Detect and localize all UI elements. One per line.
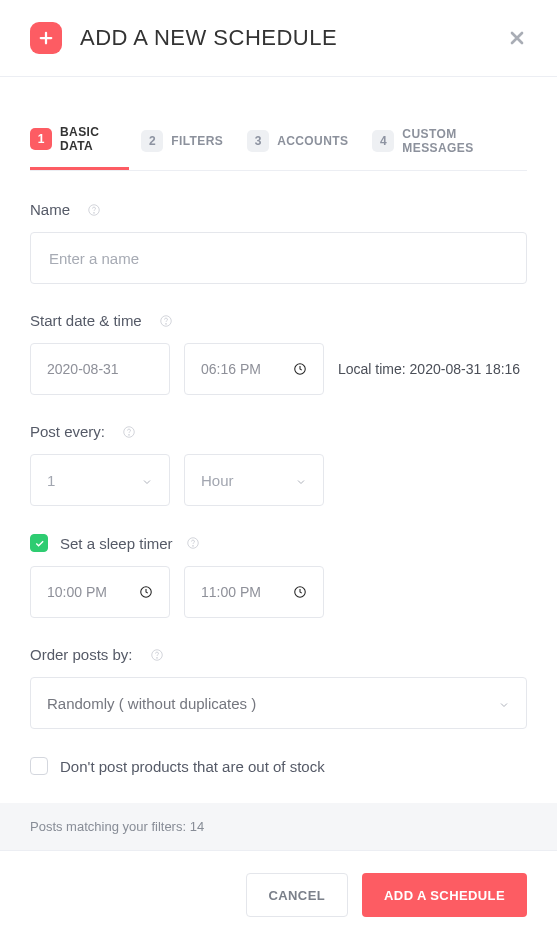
svg-point-12: [156, 657, 157, 658]
sleep-timer-checkbox[interactable]: [30, 534, 48, 552]
out-of-stock-label: Don't post products that are out of stoc…: [60, 758, 325, 775]
group-start-date: Start date & time 2020-08-31 06:16 PM Lo…: [30, 312, 527, 395]
tab-number: 2: [141, 130, 163, 152]
tabs: 1 BASIC DATA 2 FILTERS 3 ACCOUNTS 4 CUST…: [0, 115, 557, 170]
chevron-down-icon: [141, 474, 153, 486]
sleep-start-value: 10:00 PM: [47, 584, 107, 600]
help-icon[interactable]: [149, 647, 165, 663]
name-label: Name: [30, 201, 70, 218]
sleep-start-input[interactable]: 10:00 PM: [30, 566, 170, 618]
sleep-timer-label: Set a sleep timer: [60, 535, 173, 552]
tab-label: CUSTOM MESSAGES: [402, 127, 503, 155]
add-schedule-button[interactable]: ADD A SCHEDULE: [362, 873, 527, 917]
svg-point-6: [129, 434, 130, 435]
clock-icon: [293, 585, 307, 599]
tab-basic-data[interactable]: 1 BASIC DATA: [30, 115, 129, 170]
group-post-every: Post every: 1 Hour: [30, 423, 527, 506]
interval-select[interactable]: 1: [30, 454, 170, 506]
unit-select[interactable]: Hour: [184, 454, 324, 506]
tab-label: ACCOUNTS: [277, 134, 348, 148]
start-date-label: Start date & time: [30, 312, 142, 329]
footer-actions: CANCEL ADD A SCHEDULE: [0, 850, 557, 932]
local-time-label: Local time: 2020-08-31 18:16: [338, 361, 520, 377]
post-every-label: Post every:: [30, 423, 105, 440]
group-order-by: Order posts by: Randomly ( without dupli…: [30, 646, 527, 729]
out-of-stock-checkbox[interactable]: [30, 757, 48, 775]
cancel-button[interactable]: CANCEL: [246, 873, 349, 917]
tab-label: FILTERS: [171, 134, 223, 148]
help-icon[interactable]: [158, 313, 174, 329]
tab-accounts[interactable]: 3 ACCOUNTS: [247, 115, 360, 170]
start-time-input[interactable]: 06:16 PM: [184, 343, 324, 395]
chevron-down-icon: [498, 697, 510, 709]
interval-value: 1: [47, 472, 55, 489]
plus-icon: [30, 22, 62, 54]
modal-header: ADD A NEW SCHEDULE: [0, 0, 557, 77]
start-date-input[interactable]: 2020-08-31: [30, 343, 170, 395]
help-icon[interactable]: [121, 424, 137, 440]
help-icon[interactable]: [86, 202, 102, 218]
svg-point-8: [192, 546, 193, 547]
tab-number: 1: [30, 128, 52, 150]
name-input[interactable]: [30, 232, 527, 284]
clock-icon: [293, 362, 307, 376]
svg-point-3: [165, 323, 166, 324]
group-sleep-timer: Set a sleep timer 10:00 PM 11:00 PM: [30, 534, 527, 618]
unit-value: Hour: [201, 472, 234, 489]
group-out-of-stock: Don't post products that are out of stoc…: [30, 757, 527, 775]
chevron-down-icon: [295, 474, 307, 486]
sleep-end-input[interactable]: 11:00 PM: [184, 566, 324, 618]
order-by-label: Order posts by:: [30, 646, 133, 663]
tab-filters[interactable]: 2 FILTERS: [141, 115, 235, 170]
form-body: Name Start date & time 2020-08-31 06:16 …: [0, 171, 557, 775]
help-icon[interactable]: [185, 535, 201, 551]
start-date-value: 2020-08-31: [47, 361, 119, 377]
order-by-select[interactable]: Randomly ( without duplicates ): [30, 677, 527, 729]
close-icon[interactable]: [507, 28, 527, 48]
order-by-value: Randomly ( without duplicates ): [47, 695, 256, 712]
sleep-end-value: 11:00 PM: [201, 584, 261, 600]
tab-label: BASIC DATA: [60, 125, 117, 153]
start-time-value: 06:16 PM: [201, 361, 261, 377]
footer-info: Posts matching your filters: 14: [0, 803, 557, 850]
tab-number: 3: [247, 130, 269, 152]
tab-custom-messages[interactable]: 4 CUSTOM MESSAGES: [372, 115, 515, 170]
tab-number: 4: [372, 130, 394, 152]
clock-icon: [139, 585, 153, 599]
group-name: Name: [30, 201, 527, 284]
modal-title: ADD A NEW SCHEDULE: [80, 25, 507, 51]
svg-point-1: [94, 212, 95, 213]
